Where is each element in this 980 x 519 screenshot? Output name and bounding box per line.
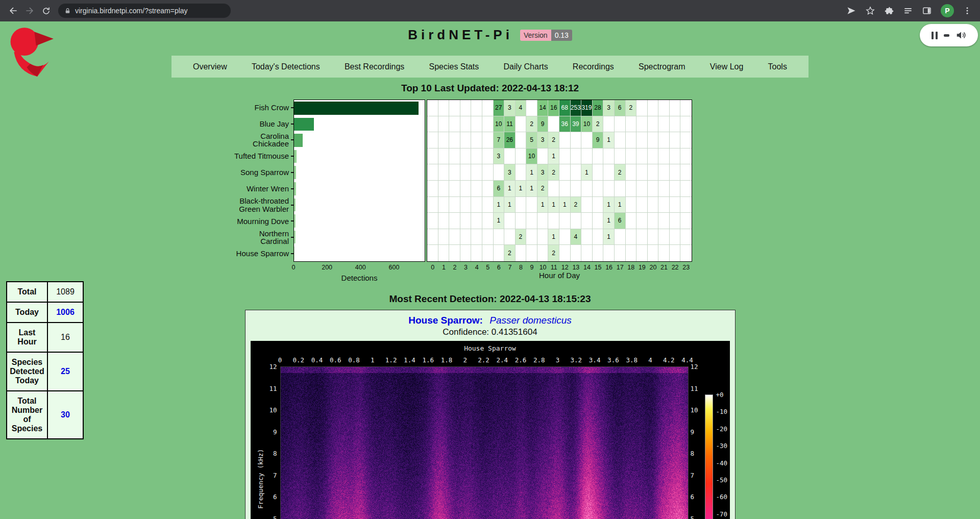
side-panel-icon[interactable]: [922, 6, 932, 16]
address-bar[interactable]: virginia.birdnetpi.com/?stream=play: [58, 4, 231, 18]
species-label: Blue Jay: [231, 116, 293, 132]
heatmap-cell: [603, 245, 615, 261]
nav-item-view-log[interactable]: View Log: [710, 62, 744, 71]
heatmap-cell: [593, 164, 604, 181]
heatmap-cell: [615, 229, 626, 245]
time-tick: 3.4: [589, 356, 601, 364]
stat-value[interactable]: 30: [47, 391, 83, 439]
heatmap-cell: [482, 132, 494, 149]
heatmap-cell: [593, 197, 604, 213]
nav-item-overview[interactable]: Overview: [193, 62, 227, 71]
browser-reload-button[interactable]: [38, 3, 54, 19]
send-icon[interactable]: [846, 6, 856, 16]
kebab-menu-icon[interactable]: [963, 6, 972, 15]
nav-item-daily-charts[interactable]: Daily Charts: [504, 62, 548, 71]
url-text: virginia.birdnetpi.com/?stream=play: [75, 7, 188, 15]
heatmap-cell: [680, 149, 692, 165]
hour-tick: 22: [672, 264, 679, 271]
detection-common-name[interactable]: House Sparrow:: [408, 315, 483, 326]
detection-bar: [294, 182, 296, 195]
heatmap-cell: [471, 164, 482, 181]
stat-label: Total: [7, 282, 47, 302]
db-tick: -50: [716, 476, 728, 484]
detection-bar: [294, 102, 419, 115]
heatmap-cell: [460, 132, 472, 149]
heatmap-cell: [427, 229, 438, 245]
time-tick: 4.2: [663, 356, 675, 364]
stat-value[interactable]: 25: [47, 352, 83, 391]
heatmap-cell: [482, 116, 494, 133]
species-label: Song Sparrow: [231, 164, 293, 181]
nav-item-species-stats[interactable]: Species Stats: [429, 62, 479, 71]
volume-icon[interactable]: [955, 30, 967, 41]
time-tick: 1.8: [441, 356, 453, 364]
freq-tick: 7: [691, 472, 703, 479]
bar-x-axis-label: Detections: [341, 274, 378, 282]
stat-label: Last Hour: [7, 323, 47, 352]
hour-tick: 21: [660, 264, 668, 271]
reload-icon: [41, 6, 51, 16]
heatmap-cell: [427, 116, 438, 133]
heatmap-cell: [449, 100, 460, 116]
heatmap-cell: [482, 229, 494, 245]
browser-back-button[interactable]: [5, 3, 21, 19]
pause-button[interactable]: [932, 32, 938, 39]
heatmap-cell: [438, 197, 450, 213]
heatmap-cell: [571, 132, 582, 149]
heatmap-cell: 10: [526, 149, 537, 165]
heatmap-cell: [449, 164, 460, 181]
heatmap-cell: [460, 116, 472, 133]
menu-lines-icon[interactable]: [903, 6, 913, 16]
species-label: Fish Crow: [231, 100, 293, 116]
page-title: BirdNET-Pi: [408, 27, 513, 43]
heatmap-cell: 1: [526, 164, 537, 181]
heatmap-cell: [670, 245, 681, 261]
heatmap-cell: [504, 229, 516, 245]
extensions-puzzle-icon[interactable]: [884, 6, 894, 16]
detection-scientific-name: Passer domesticus: [489, 315, 572, 326]
heatmap-cell: [516, 116, 527, 133]
hour-tick: 16: [605, 264, 612, 271]
stats-row: Last Hour16: [7, 323, 83, 352]
time-tick: 3.6: [607, 356, 619, 364]
detection-bar: [294, 118, 314, 131]
heatmap-cell: [482, 245, 494, 261]
heatmap-cell: [593, 149, 604, 165]
heatmap-cell: [680, 245, 692, 261]
heatmap-cell: [670, 149, 681, 165]
nav-item-recordings[interactable]: Recordings: [573, 62, 614, 71]
profile-avatar[interactable]: P: [941, 4, 954, 17]
heatmap-cell: [427, 213, 438, 229]
heatmap-cell: [559, 132, 571, 149]
heatmap-cell: [670, 213, 681, 229]
heatmap-cell: [648, 197, 659, 213]
stat-value[interactable]: 1006: [47, 302, 83, 323]
heatmap-cell: [670, 164, 681, 181]
heatmap-cell: 2: [504, 245, 516, 261]
nav-item-tools[interactable]: Tools: [768, 62, 787, 71]
audio-timeline[interactable]: [944, 34, 949, 37]
heatmap-cell: 1: [526, 181, 537, 197]
nav-item-todays-detections[interactable]: Today's Detections: [252, 62, 320, 71]
heatmap-cell: [658, 149, 670, 165]
heatmap-cell: [449, 213, 460, 229]
bookmark-star-icon[interactable]: [865, 6, 875, 16]
heatmap-cell: [680, 164, 692, 181]
heatmap-cell: 1: [504, 197, 516, 213]
heatmap-cell: 68: [559, 100, 571, 116]
heatmap-cell: [626, 213, 637, 229]
bar-x-tick: 200: [322, 264, 332, 271]
browser-forward-button[interactable]: [21, 3, 38, 19]
stat-value: 16: [47, 323, 83, 352]
heatmap-cell: [449, 229, 460, 245]
nav-item-best-recordings[interactable]: Best Recordings: [345, 62, 404, 71]
heatmap-cell: [471, 245, 482, 261]
heatmap-cell: 3: [504, 100, 516, 116]
heatmap-cell: [636, 164, 648, 181]
nav-item-spectrogram[interactable]: Spectrogram: [639, 62, 685, 71]
spectrogram-y-label: Frequency (kHz): [257, 372, 264, 519]
heatmap-cell: [438, 229, 450, 245]
heatmap-cell: [648, 245, 659, 261]
hour-tick: 1: [442, 264, 446, 271]
heatmap-cell: [581, 197, 593, 213]
